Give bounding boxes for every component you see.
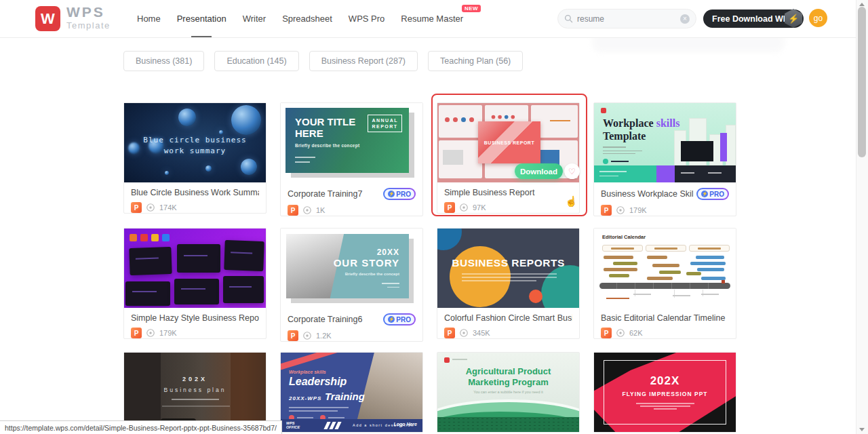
nav-item-resume-master[interactable]: Resume Master NEW — [401, 0, 463, 37]
scrollbar-thumb[interactable] — [858, 7, 866, 157]
view-count: 174K — [159, 203, 177, 212]
search-input[interactable]: resume × — [557, 9, 696, 28]
decor-label — [633, 294, 651, 295]
cover-slide: BUSINESS REPORT — [478, 121, 540, 163]
user-avatar[interactable]: go — [809, 9, 827, 27]
nav-item-spreadsheet[interactable]: Spreadsheet — [282, 0, 332, 37]
scroll-up-arrow-icon[interactable] — [859, 3, 865, 6]
status-url-text: https://template.wps.com/detail/Simple-B… — [5, 424, 277, 432]
pro-label: PRO — [396, 191, 411, 198]
ppt-file-icon: P — [444, 202, 455, 213]
decor-line — [636, 403, 694, 404]
ppt-file-icon: P — [288, 330, 298, 341]
template-card-workplace-skills[interactable]: Workplace skills Template Business Workp… — [593, 102, 736, 216]
thumb-title: BUSINESS REPORT — [484, 140, 534, 145]
clear-search-icon[interactable]: × — [680, 14, 690, 24]
view-count: 179K — [629, 206, 647, 214]
thumb-title: OUR STORY — [334, 257, 399, 269]
decor-label — [701, 294, 719, 295]
decor-name — [611, 161, 629, 162]
nav-item-label: Resume Master — [401, 14, 463, 24]
cursor-hand-icon: ☝ — [565, 195, 578, 208]
card-title: Simple Business Report — [444, 188, 572, 197]
views-eye-icon — [459, 328, 469, 338]
filter-business[interactable]: Business (381) — [123, 51, 204, 71]
decor-logo — [601, 108, 606, 113]
pro-badge: ⚡ PRO — [696, 188, 729, 200]
decor-line — [599, 176, 618, 176]
ppt-file-icon: P — [601, 205, 612, 216]
decor-slide — [223, 276, 264, 303]
card-info: Simple Hazy Style Business Report P 179K — [124, 308, 266, 338]
template-card-blue-circle[interactable]: Blue circle business work summary Blue C… — [123, 102, 267, 214]
thumb-title-line2: work summary — [124, 146, 266, 155]
card-info: Simple Business Report P 97K — [437, 182, 579, 213]
template-card-corporate-training7[interactable]: YOUR TITLE HERE Briefly describe the con… — [280, 102, 423, 216]
decor-bar — [652, 264, 679, 267]
template-thumbnail: Agricultural Product Marketing Program Y… — [437, 353, 579, 432]
decor-line — [328, 417, 344, 418]
filter-business-report[interactable]: Business Report (287) — [309, 51, 418, 71]
template-card-hazy-style[interactable]: Simple Hazy Style Business Report P 179K — [123, 228, 267, 339]
filter-education[interactable]: Education (145) — [214, 51, 298, 71]
decor-bottom-bar — [594, 165, 736, 182]
download-button[interactable]: Download — [515, 163, 563, 179]
search-icon — [564, 14, 573, 23]
nav-item-home[interactable]: Home — [137, 0, 161, 37]
decor-bubble — [178, 108, 196, 126]
decor-circle-blue — [437, 229, 462, 250]
scroll-down-arrow-icon[interactable] — [859, 428, 865, 431]
decor-line — [603, 146, 626, 148]
decor-bar — [604, 268, 637, 271]
decor-field — [437, 417, 579, 432]
decor-logo — [444, 357, 450, 363]
nav-item-writer[interactable]: Writer — [243, 0, 266, 37]
decor-line — [382, 283, 399, 284]
decor-bubble — [231, 105, 261, 135]
thumb-title: FLYING IMPRESSION PPT — [594, 391, 736, 397]
template-grid: Blue circle business work summary Blue C… — [123, 102, 736, 434]
brand-text[interactable]: WPS Template — [66, 5, 111, 30]
decor-people-photo — [357, 353, 422, 419]
ppt-file-icon: P — [131, 328, 142, 338]
template-card-flying-impression[interactable]: 202X FLYING IMPRESSION PPT — [593, 352, 736, 433]
card-title: Blue Circle Business Work Summary — [131, 188, 259, 197]
decor-line — [172, 399, 219, 400]
corner-line1: ANNUAL — [372, 118, 398, 123]
decor-photo — [681, 141, 713, 161]
template-card-colorful-circles[interactable]: BUSINESS REPORTS Colorful Fashion Circle… — [437, 228, 580, 339]
card-title: Corporate Training7 — [288, 189, 380, 199]
vertical-scrollbar[interactable] — [856, 0, 868, 434]
nav-item-wps-pro[interactable]: WPS Pro — [349, 0, 384, 37]
decor-line — [681, 172, 694, 174]
thumb-logo-text: Logo Here — [393, 422, 417, 427]
favorite-heart-icon[interactable]: ♡ — [564, 163, 580, 179]
template-card-leadership-training[interactable]: Workplace skills Leadership 20XX-WPS Tra… — [280, 352, 423, 433]
wps-logo-icon[interactable]: W — [35, 6, 60, 31]
template-thumbnail: 20XX OUR STORY Briefly describe the conc… — [281, 229, 422, 308]
thumb-title-line2: Marketing Program — [468, 377, 548, 387]
template-card-corporate-training6[interactable]: 20XX OUR STORY Briefly describe the conc… — [280, 228, 423, 342]
decor-bar — [609, 274, 629, 277]
thumb-title: Workplace skills Template — [603, 117, 679, 142]
decor-logo-text — [452, 359, 467, 360]
template-card-simple-business-report[interactable]: BUSINESS REPORT Download ♡ ☝ Simple Busi… — [437, 102, 580, 214]
decor-app-icon-red — [140, 234, 148, 241]
decor-timeline-bar — [599, 283, 730, 289]
card-info: Basic Editorial Calendar Timeline P 62K — [594, 308, 736, 338]
nav-item-presentation[interactable]: Presentation — [177, 0, 226, 37]
decor-tick — [635, 290, 635, 296]
template-card-editorial-calendar[interactable]: Editorial Calendar — [593, 228, 736, 339]
pro-bolt-icon: ⚡ — [388, 191, 395, 197]
decor-tick — [703, 290, 703, 296]
decor-line — [640, 406, 690, 407]
decor-slide — [177, 244, 220, 273]
thumb-subtitle: Briefly describe the concept — [295, 143, 359, 148]
filter-teaching-plan[interactable]: Teaching Plan (56) — [428, 51, 523, 71]
ppt-file-icon: P — [444, 328, 455, 338]
template-card-agricultural-marketing[interactable]: Agricultural Product Marketing Program Y… — [437, 352, 580, 433]
card-info: Colorful Fashion Circle Smart Business R… — [437, 308, 579, 338]
main-nav: Home Presentation Writer Spreadsheet WPS… — [137, 0, 463, 37]
decor-avatar-dot — [603, 159, 608, 164]
views-eye-icon — [616, 205, 625, 215]
